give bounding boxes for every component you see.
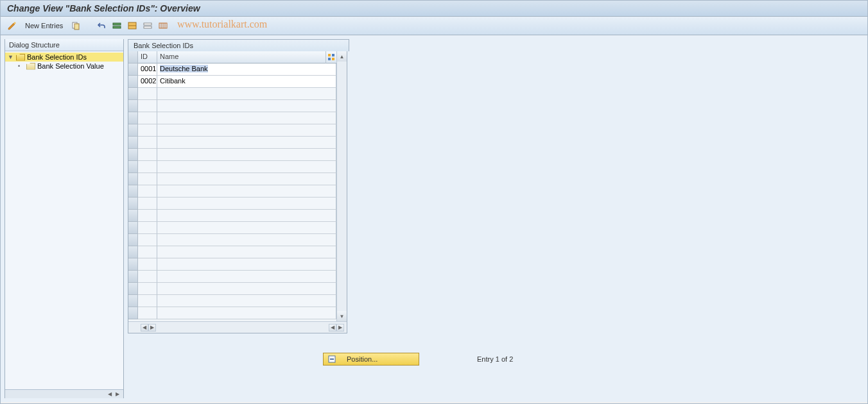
table-row-empty[interactable] (128, 137, 336, 149)
svg-rect-15 (332, 58, 334, 60)
scroll-right-icon[interactable]: ▶ (114, 391, 121, 398)
table-panel: Bank Selection IDs ID Name (128, 39, 349, 333)
dialog-structure-panel: Dialog Structure ▼ Bank Selection IDs • … (4, 39, 124, 398)
cell-name[interactable]: Citibank (157, 76, 336, 88)
table-row-empty[interactable] (128, 149, 336, 161)
select-block-icon[interactable] (126, 19, 139, 32)
row-selector[interactable] (128, 149, 138, 161)
scroll-left-icon[interactable]: ◀ (107, 391, 113, 398)
row-selector[interactable] (128, 173, 138, 185)
svg-rect-3 (113, 26, 121, 28)
row-selector[interactable] (128, 161, 138, 173)
row-selector[interactable] (128, 271, 138, 283)
undo-icon[interactable] (95, 19, 108, 32)
content-column: Bank Selection IDs ID Name (124, 35, 513, 402)
table-row-empty[interactable] (128, 88, 336, 100)
folder-closed-icon (26, 63, 35, 70)
table-row[interactable]: 0002 Citibank (128, 76, 336, 88)
row-selector[interactable] (128, 137, 138, 149)
horizontal-scrollbar[interactable]: ◀ ▶ ◀ ▶ (128, 321, 347, 333)
position-icon (327, 355, 336, 364)
position-button[interactable]: Position... (323, 353, 419, 366)
row-selector[interactable] (128, 76, 138, 88)
tree-item-label: Bank Selection IDs (27, 53, 87, 61)
table-config-icon[interactable] (326, 51, 336, 63)
grid: ID Name 0001 Deutsche Bank (128, 51, 347, 333)
row-selector[interactable] (128, 283, 138, 295)
scroll-right-end-icon[interactable]: ▶ (336, 324, 344, 332)
copy-icon[interactable] (69, 19, 82, 32)
tree-item-bank-selection-ids[interactable]: ▼ Bank Selection IDs (5, 53, 123, 62)
dialog-structure-tree: ▼ Bank Selection IDs • Bank Selection Va… (5, 51, 123, 389)
row-selector[interactable] (128, 100, 138, 112)
toggle-change-icon[interactable] (6, 19, 19, 32)
select-all-icon[interactable] (110, 19, 123, 32)
table-row-empty[interactable] (128, 185, 336, 198)
row-selector[interactable] (128, 112, 138, 124)
tree-item-bank-selection-value[interactable]: • Bank Selection Value (5, 62, 123, 71)
scroll-up-icon[interactable]: ▲ (337, 51, 347, 62)
table-title: Bank Selection IDs (128, 39, 349, 51)
row-selector[interactable] (128, 295, 138, 307)
scroll-down-icon[interactable]: ▼ (337, 311, 347, 321)
svg-rect-2 (113, 23, 121, 25)
table-row-empty[interactable] (128, 173, 336, 185)
svg-rect-12 (328, 54, 331, 56)
table-row-empty[interactable] (128, 100, 336, 112)
table-row-empty[interactable] (128, 258, 336, 271)
row-selector[interactable] (128, 88, 138, 100)
svg-rect-13 (332, 54, 334, 56)
table-row-empty[interactable] (128, 124, 336, 137)
table-row-empty[interactable] (128, 271, 336, 283)
svg-rect-1 (74, 24, 79, 29)
position-label: Position... (347, 355, 378, 363)
scroll-track[interactable] (337, 62, 347, 311)
table-row-empty[interactable] (128, 198, 336, 210)
row-selector[interactable] (128, 185, 138, 198)
table-row-empty[interactable] (128, 222, 336, 234)
select-all-rows[interactable] (128, 51, 138, 63)
title-bar: Change View "Bank Selection IDs": Overvi… (1, 1, 867, 17)
column-header-id[interactable]: ID (138, 51, 157, 63)
row-selector[interactable] (128, 222, 138, 234)
vertical-scrollbar[interactable]: ▲ ▼ (336, 51, 347, 321)
sidebar-hscroll: ◀ ▶ (5, 389, 123, 398)
column-header-name[interactable]: Name (157, 51, 326, 63)
table-row-empty[interactable] (128, 246, 336, 258)
row-selector[interactable] (128, 198, 138, 210)
table-row-empty[interactable] (128, 112, 336, 124)
row-selector[interactable] (128, 246, 138, 258)
delimit-icon[interactable] (157, 19, 169, 32)
table-row[interactable]: 0001 Deutsche Bank (128, 63, 336, 76)
svg-rect-17 (330, 358, 334, 360)
entry-counter: Entry 1 of 2 (477, 355, 513, 363)
row-selector[interactable] (128, 258, 138, 271)
bullet-icon: • (18, 63, 24, 69)
row-selector[interactable] (128, 63, 138, 76)
scroll-left-icon[interactable]: ◀ (141, 324, 148, 332)
table-row-empty[interactable] (128, 210, 336, 222)
table-row-empty[interactable] (128, 307, 336, 319)
scroll-left-end-icon[interactable]: ◀ (329, 324, 336, 332)
row-selector[interactable] (128, 307, 138, 319)
cell-id[interactable]: 0001 (138, 63, 157, 76)
dialog-structure-header: Dialog Structure (5, 39, 123, 51)
scroll-right-icon[interactable]: ▶ (148, 324, 156, 332)
expand-icon[interactable]: ▼ (8, 54, 14, 60)
deselect-all-icon[interactable] (141, 19, 154, 32)
table-row-empty[interactable] (128, 234, 336, 246)
watermark: www.tutorialkart.com (177, 19, 267, 30)
row-selector[interactable] (128, 234, 138, 246)
tree-item-label: Bank Selection Value (37, 62, 104, 70)
folder-open-icon (16, 54, 25, 61)
row-selector[interactable] (128, 210, 138, 222)
cell-name[interactable]: Deutsche Bank (157, 63, 336, 76)
table-row-empty[interactable] (128, 161, 336, 173)
grid-header-row: ID Name (128, 51, 336, 63)
cell-id[interactable]: 0002 (138, 76, 157, 88)
new-entries-button[interactable]: New Entries (21, 21, 67, 31)
row-selector[interactable] (128, 124, 138, 137)
table-row-empty[interactable] (128, 283, 336, 295)
table-row-empty[interactable] (128, 295, 336, 307)
footer: Position... Entry 1 of 2 (323, 353, 513, 366)
